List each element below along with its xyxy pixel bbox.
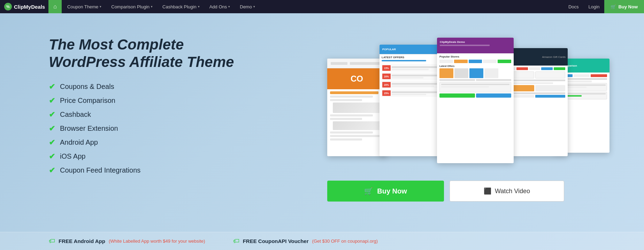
check-icon: ✔: [49, 110, 55, 119]
cta-buttons: 🛒 Buy Now ⬛ Watch Video: [327, 181, 564, 202]
tag-icon: 🏷: [49, 237, 55, 245]
nav-item-add-ons[interactable]: Add Ons ▾: [205, 0, 235, 13]
feature-item: ✔ Android App: [49, 138, 258, 147]
hero-content: The Most Complete WordPress Affiliate Th…: [0, 13, 644, 221]
feature-item: ✔ Browser Extension: [49, 124, 258, 133]
chevron-down-icon: ▾: [151, 5, 153, 8]
feature-item: ✔ Price Comparison: [49, 96, 258, 105]
nav-item-docs[interactable]: Docs: [564, 0, 584, 13]
brand-name: ClipMyDeals: [14, 4, 45, 10]
nav-buy-now-button[interactable]: 🛒 Buy Now: [604, 0, 644, 13]
chevron-down-icon: ▾: [228, 5, 230, 8]
hero-title: The Most Complete WordPress Affiliate Th…: [49, 36, 258, 71]
home-button[interactable]: ⌂: [48, 0, 62, 13]
navbar: % ClipMyDeals ⌂ Coupon Theme ▾ Compariso…: [0, 0, 644, 13]
hero-section: The Most Complete WordPress Affiliate Th…: [0, 13, 644, 250]
feature-item: ✔ Coupons & Deals: [49, 82, 258, 91]
screenshots-collage: CO: [327, 38, 564, 170]
check-icon: ✔: [49, 166, 55, 175]
nav-items: Coupon Theme ▾ Comparison Plugin ▾ Cashb…: [62, 0, 644, 13]
feature-item: ✔ Coupon Feed Integrations: [49, 166, 258, 175]
nav-item-demo[interactable]: Demo ▾: [235, 0, 260, 13]
chevron-down-icon: ▾: [253, 5, 255, 8]
nav-item-coupon-theme[interactable]: Coupon Theme ▾: [62, 0, 106, 13]
feature-item: ✔ Cashback: [49, 110, 258, 119]
watch-video-button[interactable]: ⬛ Watch Video: [450, 181, 564, 202]
feature-item: ✔ iOS App: [49, 152, 258, 161]
hero-left: The Most Complete WordPress Affiliate Th…: [49, 32, 258, 221]
footer-android-item: 🏷 FREE Android App (White Labelled App w…: [49, 237, 205, 245]
percent-icon: %: [4, 3, 12, 10]
brand-logo[interactable]: % ClipMyDeals: [4, 3, 45, 10]
nav-item-comparison-plugin[interactable]: Comparison Plugin ▾: [106, 0, 158, 13]
footer-couponapi-item: 🏷 FREE CouponAPI Voucher (Get $30 OFF on…: [233, 237, 378, 245]
check-icon: ✔: [49, 138, 55, 147]
buy-now-button[interactable]: 🛒 Buy Now: [327, 181, 444, 202]
chevron-down-icon: ▾: [100, 5, 101, 8]
hero-features-list: ✔ Coupons & Deals ✔ Price Comparison ✔ C…: [49, 82, 258, 175]
screenshot-3: ClipMyDeals Demo Popular Stores Latest O: [437, 38, 514, 163]
nav-item-login[interactable]: Login: [584, 0, 605, 13]
nav-item-cashback-plugin[interactable]: Cashback Plugin ▾: [158, 0, 205, 13]
check-icon: ✔: [49, 152, 55, 161]
cart-icon: 🛒: [611, 4, 616, 9]
chevron-down-icon: ▾: [198, 5, 200, 8]
check-icon: ✔: [49, 124, 55, 133]
hero-footer: 🏷 FREE Android App (White Labelled App w…: [0, 232, 644, 250]
tag-icon: 🏷: [233, 237, 239, 245]
screenshot-1: CO: [327, 59, 386, 156]
video-icon: ⬛: [484, 187, 491, 195]
check-icon: ✔: [49, 82, 55, 91]
hero-right: CO: [258, 32, 616, 221]
check-icon: ✔: [49, 96, 55, 105]
cart-icon: 🛒: [364, 187, 373, 195]
